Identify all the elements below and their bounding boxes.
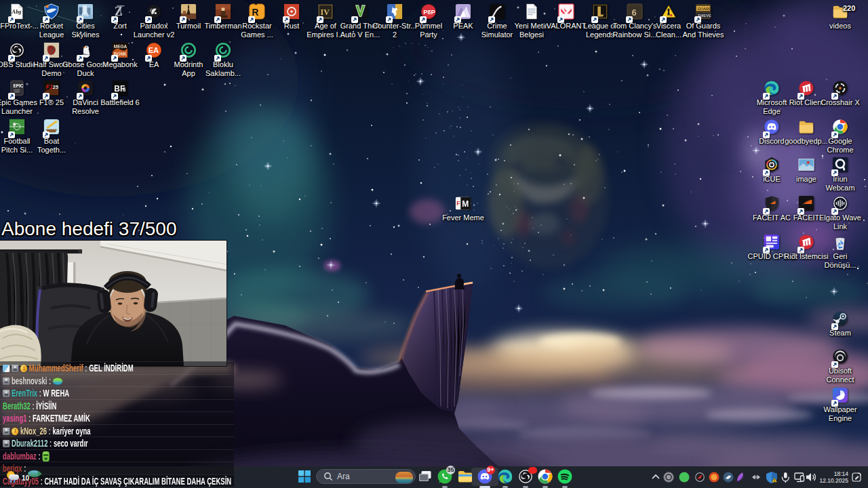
svg-text:F: F: [456, 200, 460, 207]
svg-text:F1: F1: [46, 83, 54, 90]
svg-text:6: 6: [123, 86, 126, 93]
svg-text:MEGA: MEGA: [114, 44, 127, 49]
svg-text:25: 25: [53, 84, 58, 90]
svg-text:12.10.2025: 12.10.2025: [819, 477, 848, 484]
svg-text:18:14: 18:14: [834, 470, 849, 477]
svg-text:M: M: [462, 199, 469, 209]
svg-text:EPIC: EPIC: [13, 83, 23, 88]
svg-text:GUARDS: GUARDS: [698, 7, 711, 11]
